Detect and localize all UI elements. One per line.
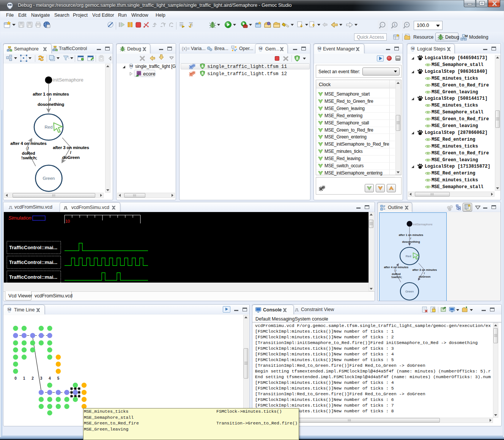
svg-text:M: M [259,47,262,50]
svg-text:/: / [70,150,72,155]
svg-text:doRed: doRed [22,151,35,156]
svg-text:1: 1 [23,376,25,380]
svg-text:M: M [318,47,321,50]
svg-text:Red: Red [406,255,411,258]
svg-text:Green: Green [43,176,55,181]
svg-text:TrafficControl::mai...: TrafficControl::mai... [9,274,57,280]
svg-text:M: M [465,34,468,38]
svg-text:initSemaphore: initSemaphore [413,223,433,226]
svg-text:+: + [406,23,408,27]
svg-text:TrafficControl::mai...: TrafficControl::mai... [9,245,57,250]
svg-text:10: 10 [65,219,70,223]
svg-text:M: M [8,308,11,311]
svg-text:after 1 on minutes: after 1 on minutes [399,233,424,237]
svg-text:/: / [50,97,51,102]
svg-text:/: / [28,146,29,151]
svg-text:dosomething: dosomething [402,240,420,244]
svg-text:Green: Green [405,290,414,293]
svg-text:dosomething: dosomething [38,102,64,107]
svg-text:doGreen: doGreen [62,155,80,160]
svg-text:!switch;: !switch; [391,275,402,279]
svg-text:after 4 on minutes: after 4 on minutes [384,266,409,269]
svg-text:/: / [410,237,411,240]
svg-text:after 4 on minutes: after 4 on minutes [10,141,46,146]
svg-text:Red: Red [44,125,52,129]
svg-text:after 3 on minutes: after 3 on minutes [53,145,89,150]
svg-text:Simulation: Simulation [8,215,32,221]
svg-text:-: - [381,23,383,27]
svg-text:/: / [395,269,397,272]
svg-text:1: 1 [394,23,395,27]
svg-text:after 1 on minutes: after 1 on minutes [33,92,69,96]
svg-text:2: 2 [32,376,34,380]
svg-text:/: / [424,272,425,275]
svg-text:M: M [411,47,414,50]
svg-text:TrafficControl::mai...: TrafficControl::mai... [9,259,57,265]
svg-text:5: 5 [57,376,60,380]
svg-text:!switch;: !switch; [21,156,37,160]
svg-text:3: 3 [40,376,43,380]
svg-text:after 3 on minutes: after 3 on minutes [413,268,437,272]
svg-text:doGreen: doGreen [419,275,431,278]
svg-text:initSemaphore: initSemaphore [53,77,83,83]
svg-text:M: M [129,64,133,68]
svg-text:4: 4 [49,376,51,380]
svg-text:0: 0 [14,376,17,380]
